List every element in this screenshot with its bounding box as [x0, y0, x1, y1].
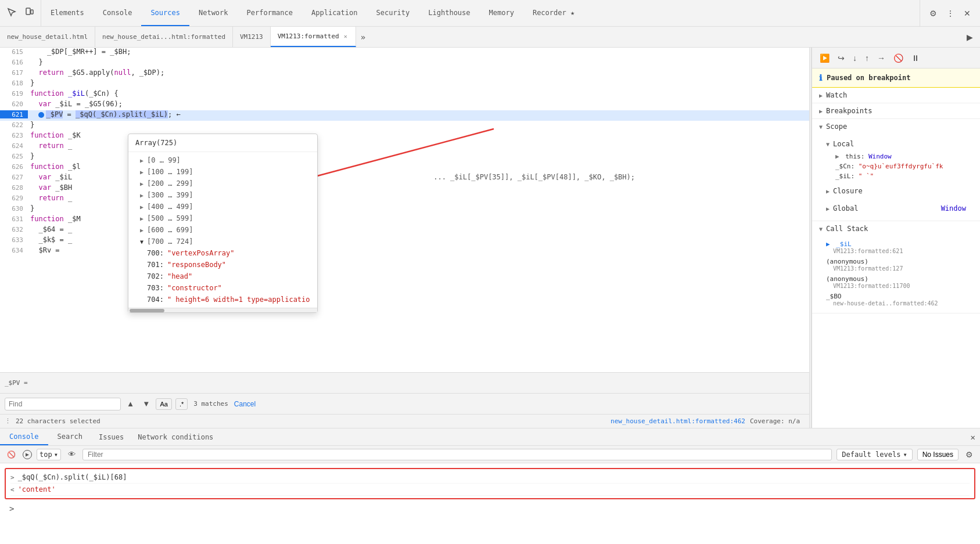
- callstack-item-3[interactable]: (anonymous) VM1213:formatted:11700: [826, 273, 973, 291]
- regex-btn[interactable]: .*: [175, 398, 188, 410]
- clear-console-btn[interactable]: 🚫: [5, 449, 18, 460]
- context-selector[interactable]: top ▾: [37, 449, 61, 460]
- tooltip-item-703[interactable]: 703: "constructor": [128, 282, 317, 294]
- tab-application[interactable]: Application: [302, 0, 367, 26]
- select-element-btn[interactable]: [5, 5, 19, 21]
- scope-header[interactable]: ▼ Scope: [812, 119, 980, 134]
- search-input[interactable]: [5, 398, 121, 410]
- callstack-header[interactable]: ▼ Call Stack: [812, 221, 980, 236]
- scope-label: Scope: [826, 123, 847, 131]
- callstack-item-1[interactable]: ▶ _$iL VM1213:formatted:621: [826, 239, 973, 256]
- tab-memory[interactable]: Memory: [480, 0, 523, 26]
- value-tooltip-popup[interactable]: Array(725) ▶ [0 … 99] ▶ [100 … 199] ▶ [2…: [128, 134, 318, 313]
- file-tab-new-house[interactable]: new_house_detail.html: [0, 27, 95, 47]
- tooltip-item-600-699[interactable]: ▶ [600 … 699]: [128, 224, 317, 236]
- close-devtools-btn[interactable]: ✕: [961, 6, 973, 20]
- tooltip-item-300-399[interactable]: ▶ [300 … 399]: [128, 189, 317, 201]
- svg-rect-0: [26, 8, 30, 15]
- tooltip-item-500-599[interactable]: ▶ [500 … 599]: [128, 212, 317, 224]
- settings-btn[interactable]: ⚙: [927, 6, 939, 20]
- local-scope-header[interactable]: ▼ Local: [826, 136, 973, 152]
- device-toolbar-btn[interactable]: [22, 5, 36, 21]
- step-over-btn[interactable]: ↪: [835, 52, 848, 64]
- tooltip-item-400-499[interactable]: ▶ [400 … 499]: [128, 201, 317, 212]
- expand-icon[interactable]: ▶: [835, 153, 839, 160]
- range-label: [500 … 599]: [147, 214, 193, 222]
- console-boxed-entry: > _$qQ(_$Cn).split(_$iL)[68] < 'content': [5, 468, 975, 499]
- file-tabs-right: ▶: [960, 30, 980, 44]
- debug-controls: ▶️ ↪ ↓ ↑ → 🚫 ⏸: [812, 48, 980, 69]
- no-issues-btn[interactable]: No Issues: [917, 449, 959, 460]
- closure-scope-header[interactable]: ▶ Closure: [826, 183, 973, 199]
- tab-elements[interactable]: Elements: [41, 0, 94, 26]
- step-btn[interactable]: →: [874, 52, 888, 64]
- expand-icon: ▶: [140, 215, 143, 222]
- tooltip-item-702[interactable]: 702: "head": [128, 271, 317, 282]
- resume-btn[interactable]: ▶️: [817, 52, 832, 64]
- step-out-btn[interactable]: ↑: [862, 52, 872, 64]
- breakpoints-header[interactable]: ▶ Breakpoints: [812, 103, 980, 118]
- file-tab-vm1213[interactable]: VM1213: [233, 27, 271, 47]
- global-scope-header[interactable]: ▶ Global Window: [826, 201, 973, 216]
- hscroll-thumb[interactable]: [130, 309, 164, 312]
- file-tabs-more-btn[interactable]: »: [356, 33, 370, 42]
- prev-match-btn[interactable]: ▲: [124, 398, 137, 409]
- deactivate-breakpoints-btn[interactable]: 🚫: [891, 52, 906, 64]
- tooltip-hscroll[interactable]: [128, 308, 317, 312]
- range-label: [300 … 399]: [147, 191, 193, 199]
- bottom-tab-console[interactable]: Console: [0, 428, 48, 445]
- tab-recorder[interactable]: Recorder ★: [523, 0, 584, 26]
- line-num-622: 622: [0, 121, 28, 129]
- cancel-search-btn[interactable]: Cancel: [234, 400, 256, 408]
- tooltip-item-100-199[interactable]: ▶ [100 … 199]: [128, 166, 317, 178]
- pause-on-exceptions-btn[interactable]: ⏸: [909, 52, 922, 64]
- callstack-loc: VM1213:formatted:127: [826, 265, 973, 272]
- close-bottom-panel-btn[interactable]: ✕: [966, 428, 980, 445]
- callstack-item-4[interactable]: _$BO new-house-detai..formatted:462: [826, 291, 973, 308]
- levels-dropdown-icon: ▾: [903, 451, 907, 459]
- tab-security[interactable]: Security: [367, 0, 419, 26]
- code-line-618: 618 }: [0, 79, 809, 89]
- code-line-621: 621 _$PV = _$qQ(_$Cn).split(_$iL); ←: [0, 110, 809, 121]
- bottom-tab-issues[interactable]: Issues: [92, 433, 131, 441]
- tooltip-item-200-299[interactable]: ▶ [200 … 299]: [128, 178, 317, 189]
- value-label: "constructor": [167, 284, 222, 292]
- code-editor[interactable]: 615 _$DP[_$MR++] = _$BH; 616 } 617 retur…: [0, 48, 809, 372]
- file-location-link[interactable]: new_house_detail.html:formatted:462: [611, 417, 745, 425]
- code-line-615: 615 _$DP[_$MR++] = _$BH;: [0, 48, 809, 58]
- tab-lighthouse[interactable]: Lighthouse: [419, 0, 479, 26]
- status-menu-btn[interactable]: ⋮: [5, 417, 11, 425]
- bottom-tab-network-conditions[interactable]: Network conditions: [131, 433, 220, 441]
- tab-sources[interactable]: Sources: [141, 0, 189, 26]
- tooltip-item-700-724[interactable]: ▼ [700 … 724]: [128, 236, 317, 247]
- tab-performance[interactable]: Performance: [238, 0, 302, 26]
- bottom-tab-search[interactable]: Search: [48, 428, 92, 445]
- show-live-expressions-btn[interactable]: 👁: [66, 449, 78, 460]
- bottom-panel: Console Search Issues Network conditions…: [0, 428, 980, 544]
- match-case-btn[interactable]: Aa: [156, 398, 171, 410]
- tooltip-item-700[interactable]: 700: "vertexPosArray": [128, 247, 317, 259]
- console-filter-input[interactable]: [82, 449, 832, 460]
- file-tab-new-house-formatted[interactable]: new_house_detai...html:formatted: [95, 27, 233, 47]
- file-tab-vm1213-formatted[interactable]: VM1213:formatted ✕: [271, 27, 356, 47]
- execute-btn[interactable]: ▶: [23, 450, 32, 459]
- log-levels-select[interactable]: Default levels ▾: [837, 449, 912, 460]
- tooltip-item-0-99[interactable]: ▶ [0 … 99]: [128, 154, 317, 166]
- expand-icon: ▶: [140, 157, 143, 164]
- console-output[interactable]: > _$qQ(_$Cn).split(_$iL)[68] < 'content'…: [0, 463, 980, 544]
- code-line-631: 631 function _$M: [0, 215, 809, 225]
- tab-network[interactable]: Network: [189, 0, 238, 26]
- tooltip-item-701[interactable]: 701: "responseBody": [128, 259, 317, 271]
- tab-console[interactable]: Console: [94, 0, 142, 26]
- more-btn[interactable]: ⋮: [944, 6, 957, 20]
- bottom-tabs-bar: Console Search Issues Network conditions…: [0, 428, 980, 446]
- tooltip-item-704[interactable]: 704: " height=6 width=1 type=applicatio: [128, 294, 317, 305]
- line-content-620: var _$iL = _$G5(96);: [28, 100, 809, 108]
- console-settings-btn[interactable]: ⚙: [963, 449, 975, 460]
- play-btn[interactable]: ▶: [964, 30, 975, 44]
- watch-header[interactable]: ▶ Watch: [812, 88, 980, 103]
- close-tab-btn[interactable]: ✕: [343, 33, 349, 40]
- callstack-item-2[interactable]: (anonymous) VM1213:formatted:127: [826, 256, 973, 273]
- step-into-btn[interactable]: ↓: [850, 52, 860, 64]
- next-match-btn[interactable]: ▼: [140, 398, 152, 409]
